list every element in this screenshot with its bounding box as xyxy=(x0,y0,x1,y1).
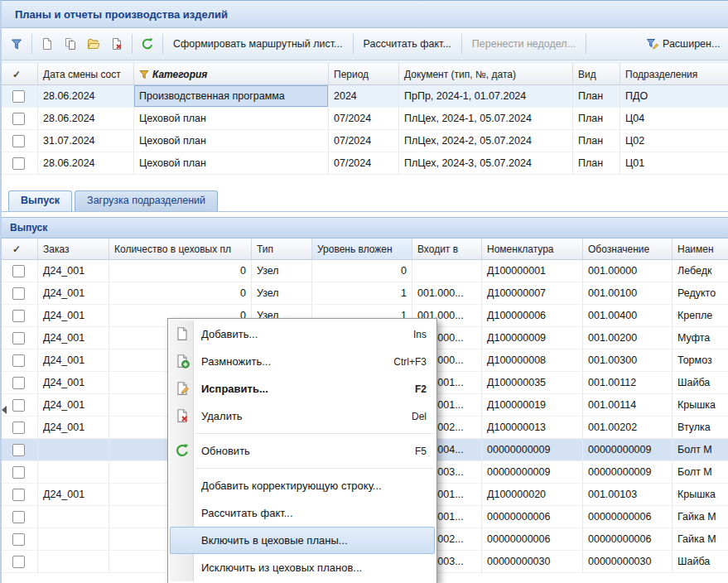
plans-table-row[interactable]: 28.06.2024Цеховой план07/2024ПлЦех, 2024… xyxy=(2,108,728,130)
menu-item[interactable]: Добавить...Ins xyxy=(170,320,435,348)
plans-table-cell-date: 28.06.2024 xyxy=(38,152,134,175)
row-checkbox[interactable] xyxy=(12,556,25,568)
menu-item[interactable]: ОбновитьF5 xyxy=(170,437,435,465)
row-checkbox[interactable] xyxy=(12,466,25,479)
tab-0[interactable]: Выпуск xyxy=(8,190,72,211)
output-table-cell-nomenclature: Д100000008 xyxy=(482,349,583,372)
row-checkbox[interactable] xyxy=(12,265,25,277)
plans-table-header-division[interactable]: Подразделения xyxy=(620,64,728,85)
plans-table-cell-document: ПлЦех, 2024-3, 05.07.2024 xyxy=(399,152,573,175)
refresh-button[interactable] xyxy=(136,33,159,55)
output-table-cell-text: Узел xyxy=(257,287,279,299)
copy-doc-icon xyxy=(64,37,77,51)
menu-item[interactable]: Размножить...Ctrl+F3 xyxy=(170,348,435,375)
plans-table-cell-text: План xyxy=(578,113,603,124)
plans-table-row[interactable]: 28.06.2024Производственная программа2024… xyxy=(2,85,728,108)
plans-table-header-kind[interactable]: Вид xyxy=(573,64,620,85)
output-table-row[interactable]: Д24_0010Узел1001.000...Д100000007001.001… xyxy=(2,282,728,305)
plans-table-row[interactable]: 28.06.2024Цеховой план07/2024ПлЦех, 2024… xyxy=(2,152,728,175)
calc-fact-button[interactable]: Рассчитать факт... xyxy=(357,33,458,55)
row-checkbox[interactable] xyxy=(12,90,25,103)
output-table-cell-designation: 001.00000 xyxy=(583,260,673,282)
plans-table-cell-category: Цеховой план xyxy=(134,108,329,130)
row-checkbox[interactable] xyxy=(12,287,25,300)
plans-table-header-label: Дата смены сост xyxy=(43,69,121,80)
menu-item[interactable]: Исключить из цеховых планов... xyxy=(170,554,435,581)
row-checkbox[interactable] xyxy=(12,113,25,125)
output-table-cell-name: Втулка xyxy=(673,417,728,439)
output-table-header-order[interactable]: Заказ xyxy=(38,238,109,260)
output-table-header-qty[interactable]: Количество в цеховых пл xyxy=(109,238,252,260)
menu-item[interactable]: УдалитьDel xyxy=(170,402,435,430)
output-table-cell-check xyxy=(2,551,38,573)
delete-button[interactable] xyxy=(105,33,128,55)
delete-doc-icon xyxy=(110,37,123,51)
row-checkbox[interactable] xyxy=(12,533,25,546)
output-table-header-label: Уровень вложен xyxy=(317,243,393,255)
output-table-row[interactable]: Д24_0010Узел0Д100000001001.00000Лебедк xyxy=(2,260,728,282)
row-checkbox[interactable] xyxy=(12,157,25,170)
open-button[interactable] xyxy=(82,33,105,55)
output-table-cell-qty: 0 xyxy=(109,282,252,305)
row-checkbox[interactable] xyxy=(12,444,25,456)
output-table-header: ✓ЗаказКоличество в цеховых плТипУровень … xyxy=(2,238,728,260)
route-sheet-button[interactable]: Сформировать маршрутный лист... xyxy=(166,33,350,55)
output-table-cell-order xyxy=(38,551,109,573)
output-table-cell-order: Д24_001 xyxy=(38,260,109,282)
output-table-cell-check xyxy=(2,372,38,394)
row-checkbox[interactable] xyxy=(12,399,25,412)
row-checkbox[interactable] xyxy=(12,310,25,322)
panel-collapse-arrow-icon[interactable] xyxy=(2,406,7,414)
output-table-cell-nomenclature: 00000000009 xyxy=(482,461,583,484)
menu-item[interactable]: Включить в цеховые планы... xyxy=(170,527,435,554)
plans-table-header-check[interactable]: ✓ xyxy=(2,64,38,85)
menu-item-shortcut: Ctrl+F3 xyxy=(377,356,427,368)
row-checkbox[interactable] xyxy=(12,332,25,344)
window-title: Планы и отчеты производства изделий xyxy=(15,8,228,21)
row-checkbox[interactable] xyxy=(12,511,25,523)
row-checkbox[interactable] xyxy=(12,422,25,434)
menu-item-label: Добавить корректирующую строку... xyxy=(201,479,382,492)
row-checkbox[interactable] xyxy=(12,135,25,147)
output-table-cell-text: 001.00103 xyxy=(588,489,637,500)
plans-table-header-period[interactable]: Период xyxy=(329,64,399,85)
output-table-header-parent[interactable]: Входит в xyxy=(412,238,482,260)
plans-table-cell-division: Ц04 xyxy=(620,108,728,130)
menu-item[interactable]: Исправить...F2 xyxy=(170,375,435,402)
copy-button[interactable] xyxy=(59,33,82,55)
row-checkbox[interactable] xyxy=(12,354,25,367)
plans-table-header-category[interactable]: Категория xyxy=(134,64,329,85)
output-table-cell-name: Тормоз xyxy=(673,349,728,372)
output-table-cell-text: 001.00202 xyxy=(588,422,637,433)
toolbar-separator xyxy=(162,34,163,54)
plans-table-header-date[interactable]: Дата смены сост xyxy=(38,64,134,85)
menu-item[interactable]: Рассчитать факт... xyxy=(170,499,435,527)
output-table-header-level[interactable]: Уровень вложен xyxy=(312,238,412,260)
output-table-cell-designation: 00000000030 xyxy=(583,551,673,573)
output-table-cell-designation: 001.00112 xyxy=(583,372,673,394)
row-checkbox[interactable] xyxy=(12,377,25,389)
output-table-header-designation[interactable]: Обозначение xyxy=(583,238,673,260)
plans-table-header-label: Подразделения xyxy=(625,69,697,80)
advanced-filter-button[interactable]: Расширен... xyxy=(639,33,725,55)
output-table-cell-designation: 001.00103 xyxy=(583,484,673,506)
output-table-cell-name: Шайба xyxy=(673,551,728,573)
plans-table-header-document[interactable]: Документ (тип, №, дата) xyxy=(399,64,573,85)
filter-button[interactable] xyxy=(5,33,28,55)
output-table-header-type[interactable]: Тип xyxy=(252,238,312,260)
output-table-cell-check xyxy=(2,327,38,349)
output-table-cell-text: Д100000020 xyxy=(487,489,546,500)
menu-item[interactable]: Добавить корректирующую строку... xyxy=(170,472,435,499)
output-table-cell-check xyxy=(2,349,38,372)
output-table-cell-designation: 001.00400 xyxy=(583,305,673,327)
menu-item-label: Добавить... xyxy=(201,328,258,340)
output-table-header-check[interactable]: ✓ xyxy=(2,238,38,260)
plans-table-row[interactable]: 31.07.2024Цеховой план07/2024ПлЦех, 2024… xyxy=(2,130,728,152)
add-button[interactable] xyxy=(36,33,59,55)
output-table-cell-parent: 001.000... xyxy=(412,282,482,305)
output-table-header-name[interactable]: Наимен xyxy=(673,238,728,260)
plans-table-cell-text: ПлЦех, 2024-2, 05.07.2024 xyxy=(404,135,532,147)
tab-1[interactable]: Загрузка подразделений xyxy=(75,190,218,211)
output-table-header-nomenclature[interactable]: Номенклатура xyxy=(482,238,583,260)
row-checkbox[interactable] xyxy=(12,489,25,501)
